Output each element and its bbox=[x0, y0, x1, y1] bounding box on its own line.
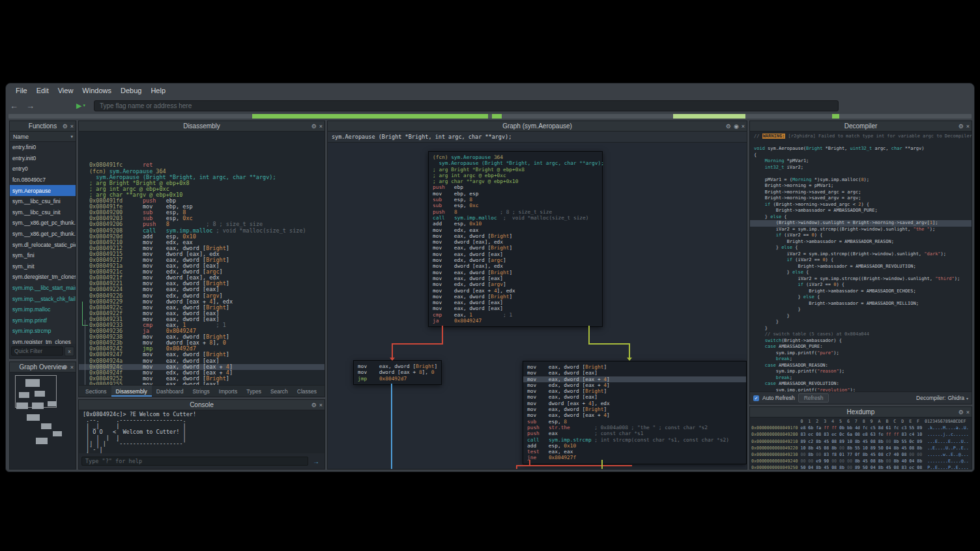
decompiler-line[interactable]: Bright->morning = pMVar1; bbox=[754, 183, 972, 190]
decompiler-line[interactable]: sym.imp.printf("reason"); bbox=[754, 369, 972, 375]
asm-line[interactable]: mov dword [eax + 4], edx bbox=[527, 401, 742, 406]
decompiler-line[interactable]: (Bright->window).sunlight = Bright->morn… bbox=[750, 220, 972, 227]
decompiler-line[interactable]: } bbox=[754, 313, 972, 320]
console-input[interactable] bbox=[81, 457, 308, 466]
function-item[interactable]: sym.Aeropause bbox=[10, 185, 76, 196]
function-item[interactable]: sym._init bbox=[10, 261, 76, 272]
decompiler-line[interactable]: pMVar1 = (Morning *)sym.imp.malloc(8); bbox=[754, 177, 972, 184]
asm-line[interactable]: mov eax, dword [Bright] bbox=[527, 406, 742, 412]
asm-line[interactable]: mov dword [eax], edx bbox=[433, 239, 598, 245]
asm-line[interactable]: sub esp, 0xc bbox=[433, 203, 598, 208]
panel-close-icon[interactable]: × bbox=[319, 123, 323, 130]
function-item[interactable]: sym._fini bbox=[10, 250, 76, 261]
decompiler-line[interactable]: Bright->ambassador = AMBASSADOR_REVOLUTI… bbox=[754, 264, 972, 270]
debug-start-button[interactable]: ▶▾ bbox=[76, 102, 85, 110]
function-item[interactable]: sym.imp.printf bbox=[10, 315, 76, 326]
asm-line[interactable]: push str.the ; 0x804a008 ; "the " ; cons… bbox=[527, 425, 742, 431]
hex-row[interactable]: 0x0000000008049210 89 c2 8b 45 08 89 10 … bbox=[751, 438, 970, 445]
decompiler-line[interactable]: Bright->morning->saved_argv = argv; bbox=[754, 195, 972, 202]
asm-line[interactable]: mov eax, dword [Bright] bbox=[433, 270, 598, 276]
decompiler-line[interactable]: break; bbox=[754, 375, 972, 382]
asm-line[interactable]: push ebp bbox=[433, 184, 598, 190]
function-item[interactable]: sym.deregister_tm_clones bbox=[10, 272, 76, 283]
function-item[interactable]: entry0 bbox=[10, 163, 76, 175]
hex-row[interactable]: 0x0000000008049250 50 04 8b 45 08 8b 00 … bbox=[751, 464, 970, 469]
panel-menu-icon[interactable]: ⚙ bbox=[958, 123, 964, 130]
asm-line[interactable]: mov edx, dword [argv] bbox=[433, 281, 598, 287]
tab-sections[interactable]: Sections bbox=[81, 386, 111, 397]
tab-disassembly[interactable]: Disassembly bbox=[111, 386, 152, 397]
decompiler-line[interactable]: } else { bbox=[754, 270, 972, 276]
graph-node-true-branch[interactable]: mov eax, dword [Bright]mov eax, dword [e… bbox=[523, 361, 747, 464]
function-item[interactable]: sym.dl_relocate_static_pie bbox=[10, 239, 76, 250]
asm-line[interactable]: ; arg char **argv @ ebp+0x10 bbox=[433, 178, 598, 184]
asm-line[interactable]: mov eax, dword [eax + 4] bbox=[527, 412, 742, 418]
graph-node-entry[interactable]: (fcn) sym.Aeropause 364 sym.Aeropause (B… bbox=[428, 151, 603, 327]
decompiler-line[interactable]: Bright->ambassador = AMBASSADOR_PURE; bbox=[754, 208, 972, 214]
menu-item-windows[interactable]: Windows bbox=[78, 87, 116, 94]
function-item[interactable]: entry.init0 bbox=[10, 153, 76, 164]
asm-line[interactable]: sub esp, 8 bbox=[527, 419, 742, 425]
graph-overview-minimap[interactable] bbox=[10, 373, 76, 469]
panel-menu-icon[interactable]: ⚙ bbox=[63, 364, 68, 371]
asm-line[interactable]: mov dword [eax + 8], 0 bbox=[358, 369, 437, 375]
asm-line[interactable]: add esp, 0x10 bbox=[433, 221, 598, 227]
hex-row[interactable]: 0x0000000008049220 10 8b 45 08 8b 00 8b … bbox=[751, 445, 970, 451]
function-item[interactable]: sym.__x86.get_pc_thunk.bp bbox=[10, 218, 76, 229]
asm-line[interactable]: jmp 0x80492d7 bbox=[358, 376, 437, 382]
function-item[interactable]: entry.fini0 bbox=[10, 142, 76, 153]
asm-line[interactable]: mov eax, dword [Bright] bbox=[527, 364, 742, 370]
decompiler-line[interactable]: Bright->ambassador = AMBASSADOR_MILLION; bbox=[754, 301, 972, 307]
function-item[interactable]: fcn.080490c7 bbox=[10, 175, 76, 186]
decompiler-line[interactable]: } bbox=[754, 319, 972, 326]
graph-node-false-branch[interactable]: mov eax, dword [Bright]mov dword [eax + … bbox=[353, 360, 442, 385]
asm-line[interactable]: push 8 ; 8 ; size_t size bbox=[433, 209, 598, 215]
panel-close-icon[interactable]: × bbox=[742, 123, 745, 130]
asm-line[interactable]: mov ebp, esp bbox=[433, 191, 598, 197]
decompiler-line[interactable]: void sym.Aeropause(Bright *Bright, uint3… bbox=[754, 146, 972, 152]
menu-item-help[interactable]: Help bbox=[146, 87, 170, 94]
decompiler-line[interactable]: { bbox=[754, 152, 972, 159]
asm-line[interactable]: mov eax, dword [eax] bbox=[527, 394, 742, 400]
hex-row[interactable]: 0x0000000008049240 00 00 e9 90 00 00 00 … bbox=[751, 458, 970, 464]
forward-button[interactable]: → bbox=[22, 101, 38, 111]
tab-types[interactable]: Types bbox=[242, 386, 266, 397]
decompiler-line[interactable]: Bright->ambassador = AMBASSADOR_REASON; bbox=[754, 239, 972, 246]
asm-line[interactable]: mov eax, dword [eax] bbox=[433, 276, 598, 281]
asm-line[interactable]: mov edx, dword [eax + 4] bbox=[527, 382, 742, 388]
asm-line[interactable]: mov dword [eax], edx bbox=[433, 263, 598, 269]
decompiler-line[interactable]: // WARNING: [r2ghidra] Failed to match t… bbox=[754, 134, 972, 140]
tab-strings[interactable]: Strings bbox=[188, 386, 214, 397]
panel-menu-icon[interactable]: ⚙ bbox=[63, 123, 68, 130]
quick-filter-input[interactable] bbox=[11, 346, 63, 356]
function-item[interactable]: sym.register_tm_clones bbox=[10, 337, 76, 344]
console-send-icon[interactable]: → bbox=[310, 457, 322, 466]
asm-line[interactable]: mov dword [eax + 4], edx bbox=[433, 288, 598, 294]
asm-line[interactable]: ; arg int argc @ ebp+0xc bbox=[433, 173, 598, 178]
asm-line[interactable]: call sym.imp.strcmp ; int strcmp(const c… bbox=[527, 437, 742, 443]
asm-line[interactable]: mov edx, dword [argc] bbox=[433, 257, 598, 263]
graph-canvas[interactable]: (fcn) sym.Aeropause 364 sym.Aeropause (B… bbox=[328, 143, 747, 469]
decompiler-line[interactable]: if (iVar2 == 0) { bbox=[754, 233, 972, 239]
asm-line[interactable]: mov eax, dword [Bright] bbox=[358, 363, 437, 369]
function-item[interactable]: sym.imp.malloc bbox=[10, 304, 76, 315]
refresh-button[interactable]: Refresh bbox=[798, 393, 829, 403]
decompiler-line[interactable]: if (iVar2 == 0) { bbox=[754, 257, 972, 264]
asm-line[interactable]: (fcn) sym.Aeropause 364 bbox=[433, 154, 598, 160]
decompiler-line[interactable]: iVar2 = sym.imp.strcmp((Bright->window).… bbox=[754, 251, 972, 258]
panel-close-icon[interactable]: × bbox=[966, 409, 970, 416]
panel-menu-icon[interactable]: ⚙ bbox=[958, 409, 964, 416]
decompiler-line[interactable]: // switch table (5 cases) at 0x804a044 bbox=[754, 332, 972, 338]
decompiler-selector[interactable]: Decompiler: Ghidra ▾ bbox=[916, 395, 968, 401]
panel-menu-icon[interactable]: ⚙ bbox=[726, 123, 731, 130]
asm-line[interactable]: sub esp, 8 bbox=[433, 197, 598, 203]
tab-classes[interactable]: Classes bbox=[293, 386, 321, 397]
decompiler-line[interactable]: int32_t iVar2; bbox=[754, 165, 972, 171]
decompiler-line[interactable]: if (Bright->morning->saved_argc < 2) { bbox=[754, 202, 972, 208]
asm-line[interactable]: mov eax, dword [eax] bbox=[433, 300, 598, 305]
decompiler-line[interactable]: } bbox=[754, 326, 972, 332]
asm-line[interactable]: sym.Aeropause (Bright *Bright, int argc,… bbox=[433, 160, 598, 166]
panel-menu-icon[interactable]: ⚙ bbox=[311, 123, 317, 130]
decompiler-line[interactable]: } else { bbox=[754, 214, 972, 221]
hex-row[interactable]: 0x0000000008049200 83 ec 08 83 ec 0c 6a … bbox=[751, 431, 970, 438]
